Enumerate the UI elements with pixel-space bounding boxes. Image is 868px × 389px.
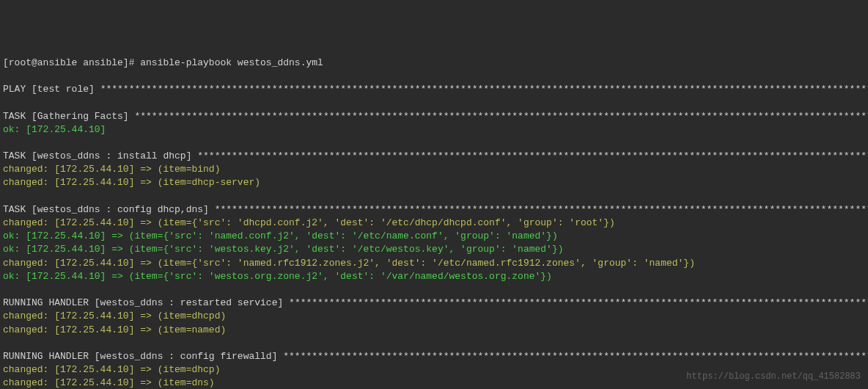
task-header: TASK [westos_ddns : install dhcp]: [3, 150, 197, 161]
stars: ****************************************…: [283, 351, 868, 362]
task-result-ok: ok: [172.25.44.10] => (item={'src': 'wes…: [3, 271, 552, 282]
handler-result-changed: changed: [172.25.44.10] => (item=named): [3, 324, 226, 335]
task-header: TASK [westos_ddns : config dhcp,dns]: [3, 204, 215, 215]
task-result-changed: changed: [172.25.44.10] => (item=dhcp-se…: [3, 177, 260, 188]
stars: ****************************************…: [197, 150, 868, 161]
play-header: PLAY [test role]: [3, 84, 100, 95]
stars: ****************************************…: [215, 204, 868, 215]
task-result-ok: ok: [172.25.44.10] => (item={'src': 'wes…: [3, 244, 564, 255]
watermark: https://blog.csdn.net/qq_41582883: [686, 371, 861, 383]
terminal-output[interactable]: [root@ansible ansible]# ansible-playbook…: [3, 57, 865, 389]
handler-result-changed: changed: [172.25.44.10] => (item=dhcpd): [3, 310, 226, 321]
handler-header: RUNNING HANDLER [westos_ddns : restarted…: [3, 297, 289, 308]
task-result-changed: changed: [172.25.44.10] => (item={'src':…: [3, 217, 615, 228]
handler-result-changed: changed: [172.25.44.10] => (item=dns): [3, 377, 215, 388]
task-result-changed: changed: [172.25.44.10] => (item={'src':…: [3, 258, 695, 269]
task-result-changed: changed: [172.25.44.10] => (item=bind): [3, 164, 220, 175]
task-header: TASK [Gathering Facts]: [3, 111, 134, 122]
task-result-ok: ok: [172.25.44.10]: [3, 124, 106, 135]
task-result-ok: ok: [172.25.44.10] => (item={'src': 'nam…: [3, 230, 558, 241]
handler-header: RUNNING HANDLER [westos_ddns : config fi…: [3, 351, 283, 362]
stars: ****************************************…: [134, 111, 868, 122]
command: ansible-playbook westos_ddns.yml: [140, 57, 323, 68]
prompt: [root@ansible ansible]#: [3, 57, 140, 68]
stars: ****************************************…: [289, 297, 868, 308]
stars: ****************************************…: [100, 84, 868, 95]
handler-result-changed: changed: [172.25.44.10] => (item=dhcp): [3, 364, 220, 375]
